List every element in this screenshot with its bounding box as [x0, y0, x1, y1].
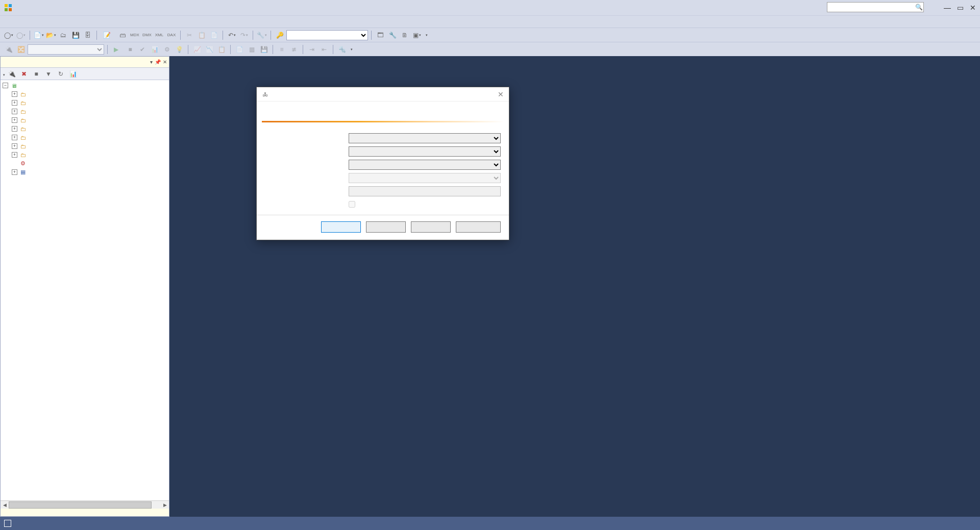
expander-icon[interactable]: + — [12, 152, 17, 158]
parse-button: ✔ — [137, 44, 148, 55]
close-button[interactable]: ✕ — [970, 4, 976, 12]
menu-view[interactable] — [26, 21, 36, 23]
tree-node-management[interactable]: + 🗀 — [1, 142, 169, 150]
oe-horizontal-scrollbar[interactable]: ◀ ▶ — [1, 500, 169, 509]
svg-rect-0 — [5, 4, 8, 7]
menu-project[interactable] — [37, 21, 47, 23]
stop-oe-button[interactable]: ■ — [31, 68, 42, 80]
menu-edit[interactable] — [14, 21, 24, 23]
expander-icon[interactable]: − — [3, 83, 8, 88]
dmx-query-button[interactable]: DMX — [141, 30, 153, 41]
oe-activity-button[interactable]: 📊 — [67, 68, 79, 80]
tree-node-databases[interactable]: + 🗀 — [1, 90, 169, 98]
save-button[interactable]: 💾 — [70, 30, 81, 41]
dialog-titlebar[interactable]: 🖧 ✕ — [257, 87, 509, 102]
toolbar-sql: 🔌 🔀 ▶ ■ ✔ 📊 ⚙ 💡 📈 📉 📋 📄 ▦ 💾 ≡ ≢ ⇥ ⇤ 🔩 ▾ — [0, 42, 980, 56]
tree-node-xevent[interactable]: + ▦ — [1, 168, 169, 176]
tree-node-integration[interactable]: + 🗀 — [1, 150, 169, 159]
server-name-select[interactable] — [349, 146, 501, 157]
expander-icon[interactable]: + — [12, 126, 17, 132]
panel-dropdown-icon[interactable]: ▾ — [150, 59, 153, 65]
scroll-thumb[interactable] — [9, 501, 152, 509]
xmla-query-button[interactable]: XML — [154, 30, 165, 41]
object-explorer-panel: ▾ 📌 ✕ ▾ 🔌 ✖ ■ ▼ ↻ 📊 − 🖥 + 🗀 + 🗀 + — [0, 56, 169, 517]
tree-node-replication[interactable]: + 🗀 — [1, 116, 169, 124]
options-button[interactable] — [456, 221, 501, 233]
new-project-button[interactable]: 📄▾ — [33, 30, 44, 41]
tree-node-polybase[interactable]: + 🗀 — [1, 124, 169, 133]
comment-button: ≡ — [276, 44, 287, 55]
menu-bar — [0, 15, 980, 28]
live-stats-button: 📉 — [204, 44, 215, 55]
dialog-close-button[interactable]: ✕ — [496, 89, 506, 99]
tree-node-security[interactable]: + 🗀 — [1, 98, 169, 107]
menu-help[interactable] — [70, 21, 81, 23]
tree-node-alwayson[interactable]: + 🗀 — [1, 133, 169, 142]
tree-node-server-objects[interactable]: + 🗀 — [1, 107, 169, 116]
dialog-banner — [257, 102, 509, 121]
minimize-button[interactable]: — — [944, 4, 951, 12]
connect-button[interactable] — [321, 221, 361, 233]
menu-window[interactable] — [59, 21, 69, 23]
activity-monitor-button[interactable]: 🔑 — [274, 30, 285, 41]
results-grid-button: ▦ — [246, 44, 257, 55]
disconnect-oe-button[interactable]: ✖ — [18, 68, 30, 80]
expander-icon[interactable]: + — [12, 169, 17, 175]
panel-pin-icon[interactable]: 📌 — [155, 59, 161, 65]
results-file-button: 💾 — [258, 44, 270, 55]
undo-button[interactable]: ↶▾ — [226, 30, 237, 41]
cancel-button[interactable] — [366, 221, 406, 233]
folder-icon: 🗀 — [19, 108, 27, 115]
nav-back-button[interactable]: ◯▾ — [3, 30, 14, 41]
db-engine-query-button[interactable]: 🗃 — [117, 30, 128, 41]
tree-node-agent[interactable]: ⚙ — [1, 159, 169, 168]
toolbar2-overflow-icon[interactable]: ▾ — [351, 47, 353, 52]
intellisense-button: 💡 — [174, 44, 185, 55]
client-stats-button: 📋 — [216, 44, 227, 55]
expander-icon[interactable]: + — [12, 143, 17, 149]
tree-root[interactable]: − 🖥 — [1, 81, 169, 90]
filter-oe-button[interactable]: ▼ — [43, 68, 54, 80]
results-text-button: 📄 — [234, 44, 245, 55]
mdx-query-button[interactable]: MDX — [129, 30, 140, 41]
auth-select[interactable] — [349, 160, 501, 170]
scroll-left-icon[interactable]: ◀ — [1, 501, 9, 509]
object-explorer-button[interactable]: 🔧 — [387, 30, 398, 41]
panel-close-icon[interactable]: ✕ — [163, 59, 167, 65]
new-query-button[interactable]: 📝 — [100, 31, 116, 40]
toolbar-overflow-icon[interactable]: ▾ — [426, 33, 428, 37]
maximize-button[interactable]: ▭ — [957, 4, 964, 12]
server-type-select[interactable] — [349, 133, 501, 143]
connect-button: 🔌 — [3, 44, 14, 55]
play-icon: ▶ — [114, 46, 118, 53]
outdent-button: ⇤ — [318, 44, 330, 55]
object-explorer-tree[interactable]: − 🖥 + 🗀 + 🗀 + 🗀 + 🗀 + 🗀 — [1, 80, 169, 509]
status-bar — [0, 517, 980, 530]
scroll-right-icon[interactable]: ▶ — [161, 501, 169, 509]
template-browser-button[interactable]: 🗎 — [399, 30, 410, 41]
expander-icon[interactable]: + — [12, 91, 17, 97]
help-button[interactable] — [411, 221, 451, 233]
menu-file[interactable] — [3, 21, 13, 23]
connect-dropdown[interactable]: ▾ — [3, 70, 5, 78]
refresh-oe-button[interactable]: ↻ — [55, 68, 66, 80]
svg-rect-3 — [9, 8, 12, 11]
expander-icon[interactable]: + — [12, 100, 17, 106]
folder-icon: 🗀 — [19, 143, 27, 150]
remember-password-checkbox — [349, 201, 355, 208]
expander-icon[interactable]: + — [12, 135, 17, 140]
open-folder-button[interactable]: 🗂 — [58, 30, 69, 41]
extended-events-button[interactable]: ▣▾ — [411, 30, 423, 41]
quick-launch-input[interactable] — [827, 2, 924, 12]
registered-servers-button[interactable]: 🗔 — [375, 30, 386, 41]
search-icon[interactable]: 🔍 — [915, 3, 923, 11]
open-button[interactable]: 📂▾ — [45, 30, 57, 41]
expander-icon[interactable]: + — [12, 117, 17, 123]
expander-icon[interactable]: + — [12, 109, 17, 114]
dax-query-button[interactable]: DAX — [166, 30, 177, 41]
app-icon — [4, 4, 12, 12]
save-all-button[interactable]: 🗄 — [82, 30, 93, 41]
connect-oe-button[interactable]: 🔌 — [6, 68, 17, 80]
solution-combo[interactable] — [286, 30, 368, 40]
menu-tools[interactable] — [48, 21, 58, 23]
